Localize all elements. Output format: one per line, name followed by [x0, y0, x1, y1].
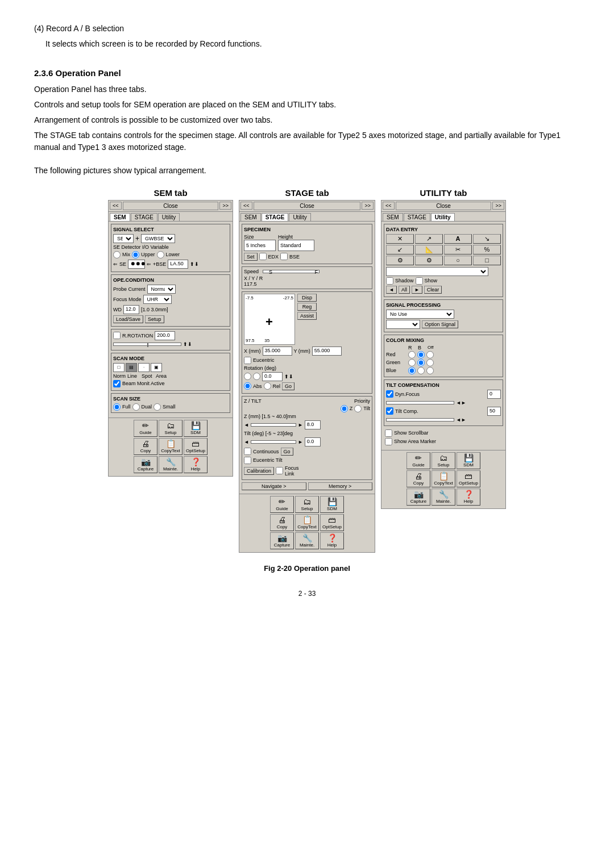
navigate-btn[interactable]: Navigate >: [242, 482, 306, 490]
utility-copy-btn[interactable]: 🖨 Copy: [406, 470, 430, 487]
arrows-icon[interactable]: ⬆⬇: [190, 261, 199, 267]
disp-btn[interactable]: Disp: [297, 294, 317, 302]
height-field[interactable]: Standard: [278, 240, 314, 251]
option-sig-select[interactable]: [386, 320, 420, 329]
r-rot-checkbox[interactable]: [113, 332, 121, 339]
show-cb[interactable]: [416, 277, 423, 285]
de-icon12[interactable]: □: [473, 256, 501, 265]
z-left-arrow[interactable]: ◄: [244, 422, 249, 428]
tab-utility-stage[interactable]: Utility: [289, 213, 310, 221]
sem-copytext-btn[interactable]: 📋 CopyText: [159, 438, 182, 455]
wd-field[interactable]: 12.0: [123, 305, 139, 314]
stage-guide-btn[interactable]: ✏ Guide: [270, 496, 294, 513]
area-marker-cb[interactable]: [385, 438, 392, 445]
red-c-radio[interactable]: [426, 351, 434, 358]
se-select[interactable]: SE: [113, 234, 134, 243]
tilt-left-arrow[interactable]: ◄: [244, 439, 249, 445]
scrollbar-cb[interactable]: [385, 429, 392, 437]
abs-radio[interactable]: [244, 382, 251, 390]
red-r-radio[interactable]: [408, 351, 416, 358]
red-g-radio[interactable]: [417, 351, 425, 358]
rot-arrows[interactable]: ⬆⬇: [284, 374, 293, 379]
spot-icon[interactable]: ·: [138, 363, 150, 372]
dual-radio[interactable]: [132, 403, 140, 411]
z-val-field[interactable]: 8.0: [305, 420, 321, 429]
bse-cb[interactable]: [280, 253, 288, 260]
stage-help-btn[interactable]: ❓ Help: [320, 532, 344, 549]
reg-btn[interactable]: Reg: [297, 303, 317, 311]
shadow-cb[interactable]: [386, 277, 393, 285]
continuous-cb[interactable]: [244, 448, 251, 455]
tab-stage[interactable]: STAGE: [131, 213, 157, 221]
de-icon8[interactable]: %: [473, 245, 501, 254]
beam-monit-cb[interactable]: [113, 380, 121, 387]
setup-btn[interactable]: Setup: [145, 315, 164, 323]
all-btn[interactable]: All: [399, 286, 410, 294]
tab-sem-stage[interactable]: SEM: [240, 213, 261, 221]
memory-btn[interactable]: Memory >: [308, 482, 373, 490]
xy-cursor[interactable]: +: [265, 315, 273, 329]
de-icon7[interactable]: ✂: [444, 245, 472, 254]
set-btn[interactable]: Set: [244, 253, 258, 261]
focus-link-cb[interactable]: [276, 467, 283, 474]
probe-select[interactable]: Normal: [147, 285, 176, 294]
lower-radio[interactable]: [157, 251, 164, 258]
z-right-arrow[interactable]: ►: [298, 422, 303, 428]
no-use-select[interactable]: No Use: [386, 310, 454, 319]
de-icon3[interactable]: A: [444, 234, 472, 244]
de-icon4[interactable]: ↘: [473, 234, 501, 244]
gwbse-select[interactable]: GWBSE: [141, 234, 175, 243]
speed-slider[interactable]: S F: [263, 270, 320, 273]
tilt-right-arrow[interactable]: ►: [298, 439, 303, 445]
rot-c-radio2[interactable]: [253, 373, 260, 380]
tilt-slider[interactable]: [251, 440, 296, 444]
stage-sdm-btn[interactable]: 💾 SDM: [320, 496, 344, 513]
rel-radio[interactable]: [264, 382, 271, 390]
sem-help-btn[interactable]: ❓ Help: [184, 456, 208, 473]
z-slider[interactable]: [251, 423, 296, 427]
norm-icon[interactable]: □: [113, 363, 125, 372]
tilt-comp-cb[interactable]: [386, 407, 393, 415]
tilt-val-field[interactable]: 0.0: [305, 437, 321, 446]
x-field[interactable]: 35.000: [263, 347, 292, 356]
sem-copy-btn[interactable]: 🖨 Copy: [134, 438, 157, 455]
rot-field[interactable]: 0.0: [262, 372, 283, 381]
blue-c2-radio[interactable]: [426, 367, 434, 374]
nav-left-btn[interactable]: ◄: [386, 286, 397, 294]
tab-utility[interactable]: Utility: [158, 213, 180, 221]
tilt-priority-radio[interactable]: [354, 405, 362, 412]
utility-copytext-btn[interactable]: 📋 CopyText: [432, 470, 455, 487]
de-icon11[interactable]: ○: [444, 256, 472, 265]
full-radio[interactable]: [113, 403, 121, 411]
r-arrows[interactable]: ⬆⬇: [183, 341, 192, 347]
tilt-comp-slider[interactable]: [386, 418, 454, 422]
tab-stage-active[interactable]: STAGE: [262, 213, 289, 221]
utility-help-btn[interactable]: ❓ Help: [457, 489, 480, 506]
sem-optsetup-btn[interactable]: 🗃 OptSetup: [184, 438, 208, 455]
blue-g-radio[interactable]: [408, 367, 416, 374]
utility-guide-btn[interactable]: ✏ Guide: [406, 452, 430, 469]
de-icon5[interactable]: ↙: [386, 245, 414, 254]
go-btn[interactable]: Go: [282, 382, 294, 390]
y-field[interactable]: 55.000: [312, 347, 342, 356]
stage-next-btn[interactable]: >>: [362, 202, 374, 210]
load-save-btn[interactable]: Load/Save: [113, 315, 143, 323]
utility-mainte-btn[interactable]: 🔧 Mainte.: [432, 489, 455, 506]
de-select[interactable]: [386, 267, 488, 276]
dyn-focus-cb[interactable]: [386, 390, 393, 398]
green-c-radio[interactable]: [408, 359, 416, 366]
option-signal-btn[interactable]: Option Signal: [422, 320, 458, 328]
stage-capture-btn[interactable]: 📷 Capture: [270, 532, 294, 549]
dyn-arrows[interactable]: ◄►: [456, 400, 466, 406]
utility-setup-btn[interactable]: 🗂 Setup: [432, 452, 455, 469]
sem-next-btn[interactable]: >>: [219, 202, 231, 210]
small-radio[interactable]: [154, 403, 161, 411]
tilt-comp-arrows[interactable]: ◄►: [456, 417, 466, 423]
stage-close-btn[interactable]: Close: [254, 202, 361, 210]
sem-close-btn[interactable]: Close: [123, 202, 219, 210]
upper-radio[interactable]: [132, 251, 139, 258]
tab-utility-active[interactable]: Utility: [431, 213, 455, 221]
stage-copytext-btn[interactable]: 📋 CopyText: [295, 514, 319, 531]
nav-right-btn[interactable]: ►: [412, 286, 422, 294]
sem-mainte-btn[interactable]: 🔧 Mainte.: [159, 456, 182, 473]
